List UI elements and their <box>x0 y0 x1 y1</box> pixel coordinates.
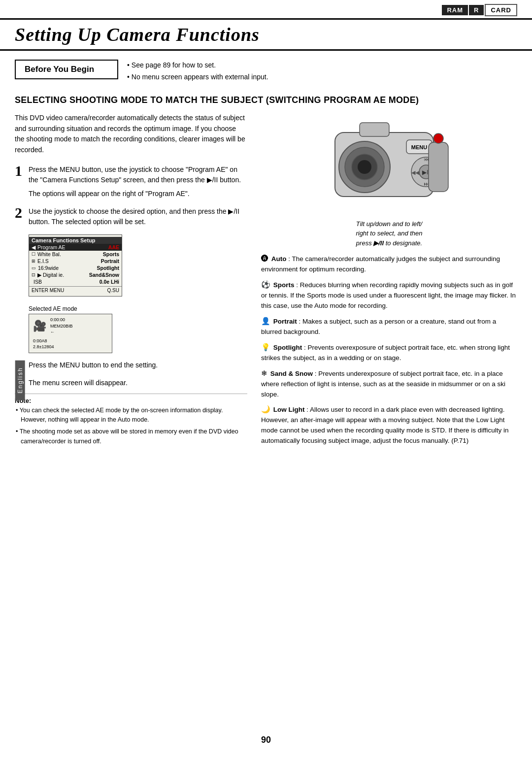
screen-row-5: ISB 0.0e LHi <box>29 278 122 285</box>
selected-ae-label: Selected AE mode <box>29 305 247 312</box>
step-1: 1 Press the MENU button, use the joystic… <box>15 165 247 199</box>
screen-row-1: ☐ White Bal. Sports <box>29 251 122 258</box>
top-badge-bar: RAM R CARD <box>0 0 532 18</box>
ae-mode-sports: ⚽ Sports : Reduces blurring when recordi… <box>261 279 517 311</box>
step-1-text: Press the MENU button, use the joystick … <box>29 165 247 199</box>
screen-row-0: ◀ Program AE AAE <box>29 244 122 251</box>
before-you-begin-section: Before You Begin • See page 89 for how t… <box>15 60 517 83</box>
camera-caption: Tilt up/down and to left/right to select… <box>356 219 422 248</box>
section-heading: SELECTING SHOOTING MODE TO MATCH THE SUB… <box>15 94 517 106</box>
step-2-num: 2 <box>15 205 29 220</box>
ae-display-box: 🎥 0:00:00MEM20BIB← 0:00A82.8±12804 <box>29 314 112 353</box>
screen-footer: ENTER MENU Q.SU <box>29 286 122 294</box>
svg-text:MENU: MENU <box>411 144 427 150</box>
step-1-num: 1 <box>15 164 29 178</box>
ae-info-top: 0:00:00MEM20BIB← <box>50 317 73 335</box>
step-1-subtext: The options will appear on the right of … <box>29 189 247 199</box>
svg-rect-14 <box>429 142 448 192</box>
svg-point-4 <box>358 160 371 174</box>
svg-text:⏮: ⏮ <box>424 156 429 162</box>
intro-text: This DVD video camera/recorder automatic… <box>15 113 247 156</box>
before-you-begin-box: Before You Begin <box>15 60 118 79</box>
sand-snow-icon: ❄ <box>261 369 267 377</box>
english-vertical-label: English <box>15 360 25 400</box>
svg-text:◀◀: ◀◀ <box>411 169 420 175</box>
step-3: 3 Press the MENU button to end the setti… <box>15 360 247 374</box>
screen-row-2: ⊞ E.I.S Portrait <box>29 258 122 264</box>
svg-rect-5 <box>360 123 389 136</box>
step-3-text: Press the MENU button to end the setting… <box>29 360 247 371</box>
ae-mode-sand-snow: ❄ Sand & Snow : Prevents underexposure o… <box>261 367 517 400</box>
before-you-begin-content: • See page 89 for how to set. • No menu … <box>118 60 268 83</box>
ae-mode-spotlight: 💡 Spotlight : Prevents overexposure of s… <box>261 341 517 363</box>
page-title-bar: Setting Up Camera Functions <box>0 18 532 51</box>
camera-image-area: MENU ▶II ⏮ ⏭ ◀◀ Tilt up/down and to left… <box>261 113 517 248</box>
step-2: 2 Use the joystick to choose the desired… <box>15 206 247 228</box>
spotlight-icon: 💡 <box>261 343 270 351</box>
note-item-0: You can check the selected AE mode by th… <box>15 406 247 425</box>
auto-icon: 🅐 <box>261 254 268 263</box>
screen-row-4: ⊡ ▶ Digital ie. Sand&Snow <box>29 271 122 278</box>
main-content: This DVD video camera/recorder automatic… <box>15 113 517 450</box>
portrait-icon: 👤 <box>261 317 270 325</box>
note-section: Note: You can check the selected AE mode… <box>15 394 247 447</box>
page-title: Setting Up Camera Functions <box>15 24 517 45</box>
screen-simulation-area: Camera Functions Setup ◀ Program AE AAE … <box>29 234 247 297</box>
left-column: This DVD video camera/recorder automatic… <box>15 113 256 450</box>
ae-info-bottom: 0:00A82.8±12804 <box>33 338 108 350</box>
camera-svg: MENU ▶II ⏮ ⏭ ◀◀ <box>320 113 458 216</box>
card-badge: CARD <box>485 4 517 16</box>
note-item-1: The shooting mode set as above will be s… <box>15 427 247 446</box>
page-number: 90 <box>261 735 271 745</box>
step-2-text: Use the joystick to choose the desired o… <box>29 206 247 228</box>
ae-display-top: 🎥 0:00:00MEM20BIB← <box>33 317 108 335</box>
low-light-icon: 🌙 <box>261 405 270 413</box>
svg-point-15 <box>433 133 443 143</box>
screen-row-3: ▭ 16:9wide Spotlight <box>29 264 122 271</box>
ae-mode-low-light: 🌙 Low Light : Allows user to record in a… <box>261 403 517 446</box>
screen-title-row: Camera Functions Setup <box>29 237 122 244</box>
step-3-subtext: The menu screen will disappear. <box>29 378 247 389</box>
svg-text:⏭: ⏭ <box>424 181 429 187</box>
note-title: Note: <box>15 397 247 404</box>
before-begin-bullet-2: • No menu screen appears with external i… <box>127 71 268 83</box>
camera-screen-box: Camera Functions Setup ◀ Program AE AAE … <box>29 234 122 297</box>
ae-mode-auto: 🅐 Auto : The camera/recorder automatical… <box>261 253 517 275</box>
before-begin-bullet-1: • See page 89 for how to set. <box>127 60 268 71</box>
r-badge: R <box>469 5 484 15</box>
sports-icon: ⚽ <box>261 280 270 289</box>
ram-badge: RAM <box>442 5 468 15</box>
right-column: MENU ▶II ⏮ ⏭ ◀◀ Tilt up/down and to left… <box>256 113 517 450</box>
ae-mode-portrait: 👤 Portrait : Makes a subject, such as a … <box>261 315 517 337</box>
ae-modes-list: 🅐 Auto : The camera/recorder automatical… <box>261 253 517 446</box>
ae-icon: 🎥 <box>33 320 46 332</box>
